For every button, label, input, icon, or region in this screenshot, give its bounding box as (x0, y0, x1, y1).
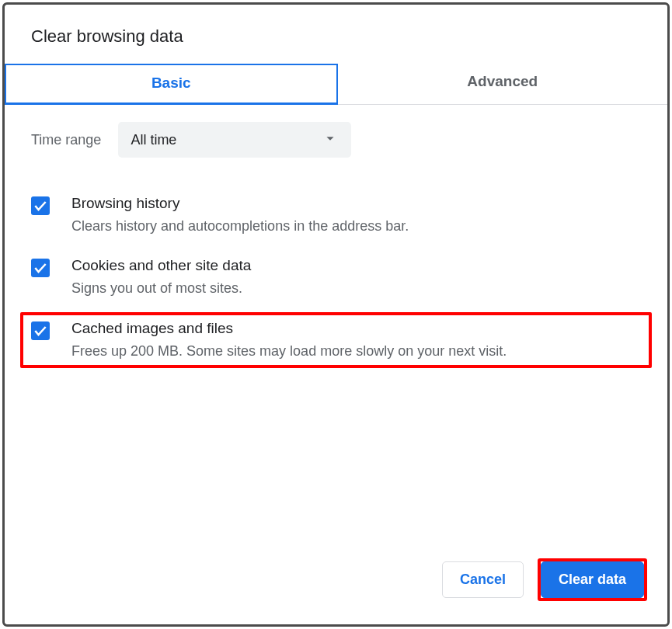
option-text: Browsing history Clears history and auto… (71, 195, 409, 235)
dialog-footer: Cancel Clear data (5, 558, 667, 624)
checkbox-browsing-history[interactable] (31, 196, 50, 215)
clear-data-button[interactable]: Clear data (541, 561, 644, 598)
dialog-title: Clear browsing data (5, 5, 667, 64)
check-icon (33, 323, 48, 339)
option-text: Cookies and other site data Signs you ou… (71, 257, 251, 297)
option-desc: Frees up 200 MB. Some sites may load mor… (71, 342, 507, 360)
time-range-label: Time range (31, 132, 101, 148)
checkbox-cookies[interactable] (31, 259, 50, 277)
option-text: Cached images and files Frees up 200 MB.… (71, 320, 507, 360)
tab-advanced[interactable]: Advanced (338, 64, 668, 104)
time-range-row: Time range All time (31, 122, 641, 158)
tab-basic[interactable]: Basic (5, 64, 338, 105)
checkbox-cached-images[interactable] (31, 321, 50, 340)
option-browsing-history: Browsing history Clears history and auto… (31, 187, 641, 249)
option-cached-images: Cached images and files Frees up 200 MB.… (20, 312, 652, 368)
time-range-select[interactable]: All time (118, 122, 351, 158)
cancel-button[interactable]: Cancel (442, 561, 524, 598)
option-title: Cached images and files (71, 320, 507, 337)
chevron-down-icon (322, 130, 339, 150)
option-desc: Signs you out of most sites. (71, 279, 251, 297)
option-title: Cookies and other site data (71, 257, 251, 274)
option-cookies: Cookies and other site data Signs you ou… (31, 249, 641, 311)
clear-browsing-data-dialog: Clear browsing data Basic Advanced Time … (2, 2, 670, 627)
clear-data-highlight: Clear data (538, 558, 647, 601)
option-title: Browsing history (71, 195, 409, 212)
check-icon (33, 260, 48, 276)
check-icon (33, 198, 48, 214)
option-desc: Clears history and autocompletions in th… (71, 217, 409, 235)
tabs-bar: Basic Advanced (5, 64, 667, 105)
time-range-value: All time (131, 132, 176, 148)
dialog-body: Time range All time Browsing history Cle… (5, 105, 667, 558)
